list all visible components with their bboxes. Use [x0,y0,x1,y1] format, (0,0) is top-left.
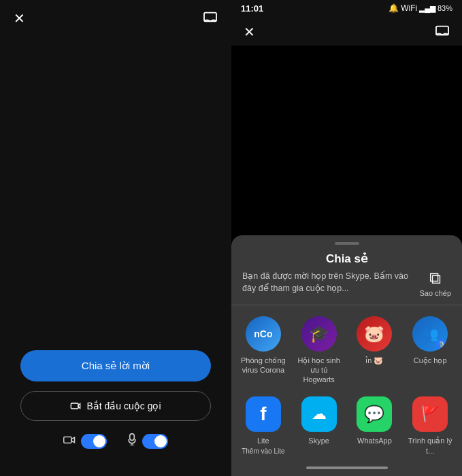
whatsapp-icon: 💬 [357,396,392,432]
apps-row: f LiteThêm vào Lite ☁ Skype 💬 WhatsApp [231,394,462,461]
battery-icon: 83% [438,4,452,12]
notification-icon: 🔔 [389,3,399,13]
right-top-bar: ✕ [231,15,462,46]
contact-pig-avatar: 🐷 [357,316,392,352]
contact-ncov[interactable]: nCo Phòng chống virus Corona [235,313,291,388]
contact-pig[interactable]: 🐷 ỉn 🐷 [347,313,403,388]
contact-pig-label: ỉn 🐷 [365,356,383,365]
contact-ncov-label: Phòng chống virus Corona [240,356,287,375]
mic-toggle-group [127,433,168,449]
sheet-desc-row: Bạn đã được mời họp trên Skype. Bấm vào … [231,270,462,294]
right-cast-icon[interactable] [435,24,450,39]
facebook-lite-icon: f [246,396,281,432]
svg-marker-4 [71,437,75,443]
app-skype[interactable]: ☁ Skype [291,394,347,458]
sheet-handle [335,242,359,245]
copy-button[interactable]: ⧉ Sao chép [420,269,451,297]
contact-meeting[interactable]: 👥 🎙️ Cuộc họp [402,313,458,388]
svg-marker-2 [78,404,80,409]
contact-hogwarts-label: Hội học sinh ưu tú Hogwarts [295,356,343,385]
svg-rect-1 [71,403,79,409]
home-bar [306,466,388,469]
contact-meeting-avatar: 👥 🎙️ [412,316,448,352]
cast-icon[interactable] [203,11,218,25]
signal-icon: ▂▄▆ [419,4,435,13]
app-task-manager[interactable]: 🚩 Trình quản lý t... [402,394,458,458]
divider [231,305,462,305]
call-btn-label: Bắt đầu cuộc gọi [86,401,161,411]
app-whatsapp[interactable]: 💬 WhatsApp [347,394,403,458]
whatsapp-label: WhatsApp [357,436,392,445]
wifi-icon: WiFi [401,3,417,13]
facebook-lite-label: LiteThêm vào Lite [242,436,284,456]
sheet-title: Chia sẻ [231,252,462,266]
status-bar: 11:01 🔔 WiFi ▂▄▆ 83% [231,0,462,16]
contact-meeting-label: Cuộc họp [414,356,447,365]
mic-icon [127,433,137,449]
close-button[interactable]: ✕ [14,12,25,25]
status-icons: 🔔 WiFi ▂▄▆ 83% [389,3,452,13]
toggle-row [63,433,168,449]
right-panel: 11:01 🔔 WiFi ▂▄▆ 83% ✕ Chia sẻ Bạn đã đư… [231,0,462,476]
task-manager-label: Trình quản lý t... [406,436,454,456]
svg-rect-5 [130,434,135,441]
status-time: 11:01 [241,3,263,14]
video-icon [63,435,76,448]
contacts-row: nCo Phòng chống virus Corona 🎓 Hội học s… [231,313,462,394]
share-invite-button[interactable]: Chia sẻ lời mời [20,350,211,381]
share-bottom-sheet: Chia sẻ Bạn đã được mời họp trên Skype. … [231,235,462,476]
left-panel: ✕ Chia sẻ lời mời Bắt đầu cuộc gọi [0,0,231,476]
video-toggle-group [63,434,107,449]
right-close-button[interactable]: ✕ [244,25,255,39]
mic-toggle[interactable] [142,434,168,449]
svg-rect-3 [64,437,71,443]
contact-hogwarts-avatar: 🎓 [301,316,337,352]
skype-label: Skype [308,436,329,445]
video-toggle[interactable] [81,434,107,449]
start-call-button[interactable]: Bắt đầu cuộc gọi [20,391,211,421]
left-top-bar: ✕ [0,0,231,36]
contact-hogwarts[interactable]: 🎓 Hội học sinh ưu tú Hogwarts [291,313,347,388]
skype-icon: ☁ [301,396,337,432]
copy-icon: ⧉ [429,269,441,288]
contact-ncov-avatar: nCo [246,316,281,352]
app-facebook-lite[interactable]: f LiteThêm vào Lite [235,394,291,458]
task-manager-icon: 🚩 [412,396,448,432]
copy-label: Sao chép [420,289,451,297]
bottom-controls: Chia sẻ lời mời Bắt đầu cuộc gọi [0,350,231,449]
